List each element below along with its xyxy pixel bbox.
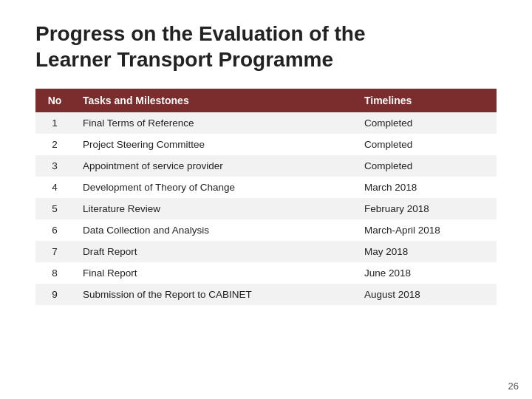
cell-timeline: March 2018 (355, 177, 497, 198)
cell-no: 7 (35, 241, 74, 262)
table-row: 1Final Terms of ReferenceCompleted (35, 112, 497, 134)
table-row: 2Project Steering CommitteeCompleted (35, 134, 497, 155)
cell-timeline: June 2018 (355, 262, 497, 284)
page-container: Progress on the Evaluation of the Learne… (0, 0, 532, 320)
cell-timeline: August 2018 (355, 284, 497, 305)
table-row: 5Literature ReviewFebruary 2018 (35, 198, 497, 219)
page-number: 26 (508, 381, 519, 392)
cell-timeline: February 2018 (355, 198, 497, 219)
cell-timeline: March-April 2018 (355, 219, 497, 241)
cell-timeline: May 2018 (355, 241, 497, 262)
cell-task: Final Report (74, 262, 355, 284)
table-header-row: No Tasks and Milestones Timelines (35, 89, 497, 112)
cell-timeline: Completed (355, 112, 497, 134)
cell-task: Development of Theory of Change (74, 177, 355, 198)
title-line1: Progress on the Evaluation of the (35, 22, 366, 45)
cell-task: Project Steering Committee (74, 134, 355, 155)
cell-no: 8 (35, 262, 74, 284)
milestones-table: No Tasks and Milestones Timelines 1Final… (35, 89, 497, 305)
col-header-timelines: Timelines (355, 89, 497, 112)
cell-task: Draft Report (74, 241, 355, 262)
table-row: 4Development of Theory of ChangeMarch 20… (35, 177, 497, 198)
cell-no: 6 (35, 219, 74, 241)
table-row: 7Draft ReportMay 2018 (35, 241, 497, 262)
cell-no: 9 (35, 284, 74, 305)
cell-task: Submission of the Report to CABINET (74, 284, 355, 305)
cell-no: 2 (35, 134, 74, 155)
col-header-tasks: Tasks and Milestones (74, 89, 355, 112)
title-line2: Learner Transport Programme (35, 48, 333, 71)
cell-task: Data Collection and Analysis (74, 219, 355, 241)
table-row: 6Data Collection and AnalysisMarch-April… (35, 219, 497, 241)
cell-timeline: Completed (355, 155, 497, 177)
cell-no: 5 (35, 198, 74, 219)
cell-task: Appointment of service provider (74, 155, 355, 177)
cell-no: 1 (35, 112, 74, 134)
col-header-no: No (35, 89, 74, 112)
table-row: 3Appointment of service providerComplete… (35, 155, 497, 177)
table-row: 8Final ReportJune 2018 (35, 262, 497, 284)
cell-timeline: Completed (355, 134, 497, 155)
table-row: 9Submission of the Report to CABINETAugu… (35, 284, 497, 305)
cell-task: Final Terms of Reference (74, 112, 355, 134)
cell-task: Literature Review (74, 198, 355, 219)
cell-no: 4 (35, 177, 74, 198)
page-title: Progress on the Evaluation of the Learne… (35, 21, 497, 72)
cell-no: 3 (35, 155, 74, 177)
